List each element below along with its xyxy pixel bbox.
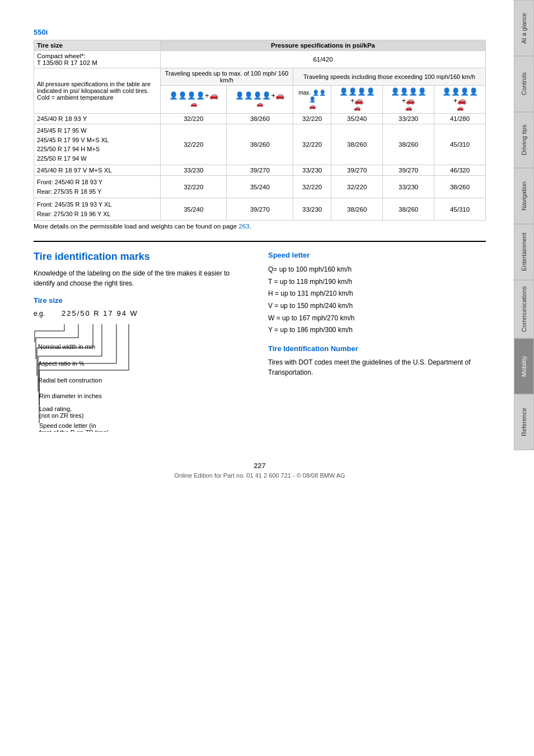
svg-text:Radial belt construction: Radial belt construction [38, 377, 102, 384]
sidebar-tab-at-a-glance[interactable]: At a glance [514, 0, 534, 56]
sidebar-tab-mobility[interactable]: Mobility [514, 338, 534, 394]
icon-cell-2: 👤👤👤👤+🚗 🚗 [227, 86, 293, 114]
svg-text:Speed code letter (in: Speed code letter (in [39, 422, 96, 429]
table-row: 245/40 R 18 97 V M+S XL 33/230 39/270 33… [34, 165, 486, 176]
speed-subheader-2: Traveling speeds including those exceedi… [293, 68, 486, 86]
icon-cell-1: 👤👤👤👤+🚗 🚗 [160, 86, 227, 114]
col-pressure-header: Pressure specifications in psi/kPa [160, 40, 485, 51]
svg-text:front of the R on ZR tires): front of the R on ZR tires) [39, 429, 109, 432]
page-number: 227 [34, 461, 486, 470]
svg-text:(not on ZR tires): (not on ZR tires) [39, 412, 83, 419]
svg-text:Rim diameter in inches: Rim diameter in inches [39, 393, 102, 399]
speed-list: Q= up to 100 mph/160 km/h T = up to 118 … [268, 264, 486, 337]
speed-item-v: V = up to 150 mph/240 km/h [268, 300, 486, 312]
section-intro: Knowledge of the labeling on the side of… [34, 268, 251, 288]
icon-cell-6: 👤👤👤👤+🚗 🚗 [434, 86, 486, 114]
speed-subheader-1: Traveling speeds up to max. of 100 mph/ … [160, 68, 293, 86]
pressure-notes: All pressure specifications in the table… [34, 68, 161, 114]
eg-label: e.g. [34, 310, 62, 318]
footer-text: Online Edition for Part no. 01 41 2 600 … [34, 472, 486, 479]
tire-pressure-table: Tire size Pressure specifications in psi… [34, 40, 486, 221]
tire-size-diagram: e.g. 225/50 R 17 94 W Nominal width in m… [34, 309, 251, 433]
speed-item-t: T = up to 118 mph/190 km/h [268, 276, 486, 288]
speed-letter-subtitle: Speed letter [268, 251, 486, 259]
tire-identification-section: Tire identification marks Knowledge of t… [34, 251, 486, 439]
dot-text: Tires with DOT codes meet the guidelines… [268, 357, 486, 377]
table-row: Front: 245/35 R 19 93 Y XLRear: 275/30 R… [34, 198, 486, 221]
page-footer: 227 Online Edition for Part no. 01 41 2 … [34, 461, 486, 490]
tire-size-subtitle: Tire size [34, 296, 251, 305]
icon-cell-3: max. 👤👤👤 🚗 [293, 86, 331, 114]
sidebar-tab-entertainment[interactable]: Entertainment [514, 224, 534, 280]
sidebar-tab-communications[interactable]: Communications [514, 280, 534, 338]
tire-bracket-diagram: Nominal width in mm Aspect ratio in % Ra… [34, 320, 190, 432]
model-title: 550i [34, 28, 486, 36]
compact-wheel-pressure: 61/420 [160, 51, 485, 68]
sidebar-tab-driving-tips[interactable]: Driving tips [514, 112, 534, 168]
speed-item-q: Q= up to 100 mph/160 km/h [268, 264, 486, 276]
icon-cell-4: 👤👤👤👤+🚗 🚗 [331, 86, 383, 114]
table-row: Front: 245/40 R 18 93 YRear: 275/35 R 18… [34, 176, 486, 198]
sidebar-tab-navigation[interactable]: Navigation [514, 168, 534, 224]
section-divider [34, 241, 486, 242]
left-column: Tire identification marks Knowledge of t… [34, 251, 251, 439]
svg-text:Nominal width in mm: Nominal width in mm [38, 343, 95, 350]
svg-text:Load rating,: Load rating, [39, 405, 72, 412]
table-row: 245/40 R 18 93 Y 32/220 38/260 32/220 35… [34, 114, 486, 124]
col-tire-size-header: Tire size [34, 40, 161, 51]
speed-item-h: H = up to 131 mph/210 km/h [268, 288, 486, 300]
speed-item-y: Y = up to 186 mph/300 km/h [268, 324, 486, 337]
sidebar-tab-reference[interactable]: Reference [514, 394, 534, 450]
section-title: Tire identification marks [34, 251, 251, 263]
sidebar: At a glance Controls Driving tips Naviga… [514, 0, 534, 756]
page-link[interactable]: 263 [238, 223, 249, 230]
table-row: 245/45 R 17 95 W245/45 R 17 99 V M+S XL2… [34, 124, 486, 165]
tire-code-example: 225/50 R 17 94 W [62, 309, 138, 318]
sidebar-tab-controls[interactable]: Controls [514, 56, 534, 112]
speed-item-w: W = up to 167 mph/270 km/h [268, 312, 486, 325]
tire-id-number-subtitle: Tire Identification Number [268, 344, 486, 353]
compact-wheel-label: Compact wheel*: T 135/80 R 17 102 M [34, 51, 161, 68]
icon-cell-5: 👤👤👤👤+🚗 🚗 [383, 86, 434, 114]
right-column: Speed letter Q= up to 100 mph/160 km/h T… [268, 251, 486, 439]
more-details-text: More details on the permissible load and… [34, 223, 486, 230]
